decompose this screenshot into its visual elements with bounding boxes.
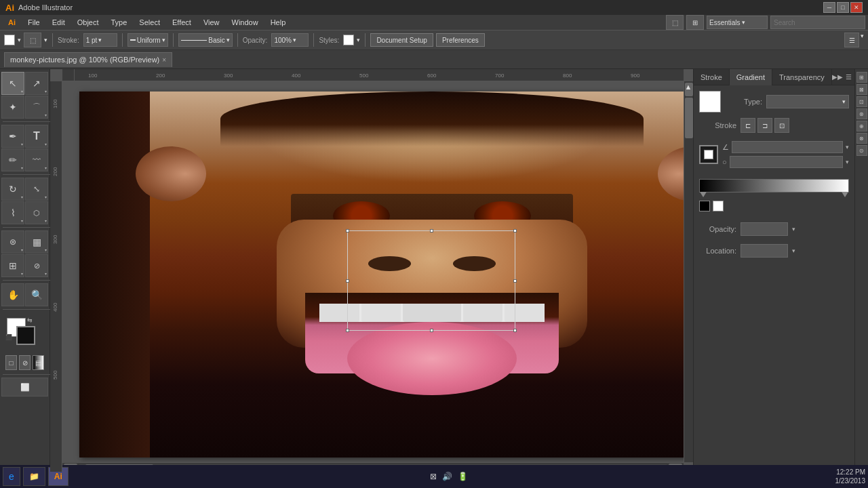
fill-icon-btn[interactable]: □ [5,355,17,370]
location-panel-chevron[interactable]: ▾ [792,247,795,254]
menu-view[interactable]: View [198,17,225,28]
menu-type[interactable]: Type [106,17,133,28]
explorer-taskbar-btn[interactable]: 📁 [23,467,45,486]
vertical-scrollbar[interactable]: ▲ [684,81,693,462]
panel-close-btn[interactable]: ☰ [843,70,854,84]
workspace-dropdown[interactable]: Essentials ▾ [707,16,768,29]
artboard-tool[interactable]: ⊞ ▾ [1,254,24,277]
opacity-panel-chevron[interactable]: ▾ [792,226,795,232]
styles-color-box[interactable] [343,35,354,45]
pen-tool[interactable]: ✒ ▾ [1,125,24,148]
direct-select-tool[interactable]: ↗ ▾ [25,72,48,95]
v-scroll-up-btn[interactable]: ▲ [685,83,693,96]
scale-tool[interactable]: ⤡ ▾ [25,178,48,201]
gradient-bar[interactable] [699,179,849,192]
fill-chevron[interactable]: ▾ [18,37,21,43]
edge-btn-1[interactable]: ⊞ [856,72,867,83]
stop-swatch-black[interactable] [699,201,710,211]
select-tool[interactable]: ↖ ▾ [1,72,24,95]
menu-edit[interactable]: Edit [47,17,71,28]
swap-colors-icon[interactable]: ⇆ [27,317,33,323]
brush-dropdown[interactable]: Basic ▾ [178,33,233,47]
tab-close-button[interactable]: × [162,56,166,64]
ie-taskbar-btn[interactable]: e [3,467,20,486]
opacity-panel-input[interactable] [741,222,788,236]
stroke-weight-dropdown[interactable]: 1 pt ▾ [83,33,117,47]
type-dropdown[interactable]: ▾ [766,95,849,108]
stroke-swatch-1[interactable] [699,145,718,164]
angle-input[interactable] [732,141,843,153]
stroke-btn-3[interactable]: ⊡ [774,118,789,133]
variable-width-dropdown[interactable]: Uniform ▾ [127,33,168,47]
menu-window[interactable]: Window [226,17,264,28]
stroke-btn-1[interactable]: ⊏ [741,118,755,133]
stop-swatch-white[interactable] [713,201,724,211]
menu-object[interactable]: Object [72,17,104,28]
styles-chevron[interactable]: ▾ [357,37,360,43]
gradient-icon-btn[interactable]: ▤ [33,355,44,370]
gradient-stop-left[interactable] [700,192,707,197]
stroke-tab[interactable]: Stroke [694,69,730,85]
draw-inside-btn[interactable]: ⬜ [1,378,48,396]
edge-btn-7[interactable]: ⊙ [856,145,867,156]
v-scroll-thumb[interactable] [685,98,693,138]
slice-tool[interactable]: ⊘ ▾ [25,254,48,277]
close-button[interactable]: ✕ [850,2,863,13]
canvas-bg-outer[interactable] [62,81,684,462]
icon-button-1[interactable]: ⬚ [666,15,684,30]
pencil-tool[interactable]: ✏ ▾ [1,148,24,171]
gradient-tab[interactable]: Gradient [730,69,772,85]
hand-tool[interactable]: ✋ [1,283,24,306]
menu-effect[interactable]: Effect [167,17,197,28]
menu-help[interactable]: Help [265,17,292,28]
free-distort-tool[interactable]: ⬡ ▾ [25,201,48,224]
arrange-chevron[interactable]: ▾ [861,33,864,47]
search-input[interactable] [770,16,865,29]
magic-wand-tool[interactable]: ✦ [1,96,24,119]
symbol-sprayer-tool[interactable]: ⊛ ▾ [1,230,24,253]
gradient-preview-swatch[interactable] [699,91,721,113]
angle-chevron[interactable]: ▾ [846,144,849,150]
menu-file[interactable]: File [22,17,45,28]
select-corner: ▾ [21,89,23,94]
edge-btn-3[interactable]: ⊡ [856,96,867,107]
edge-btn-5[interactable]: ⊕ [856,121,867,131]
panel-options-btn[interactable]: ▶▶ [832,70,844,84]
menu-select[interactable]: Select [134,17,165,28]
arrange-icon[interactable]: ☰ [844,33,859,47]
gradient-stop-right[interactable] [842,192,848,197]
doc-setup-button[interactable]: Document Setup [370,33,433,47]
menu-ai[interactable]: Ai [3,17,21,28]
transparency-tab[interactable]: Transparency [772,69,832,85]
edge-btn-6[interactable]: ⊗ [856,133,867,144]
none-icon-btn[interactable]: ⊘ [19,355,31,370]
tool-row-9: ✋ 🔍 [1,283,48,306]
aspect-input[interactable] [730,156,843,168]
stroke-icon-btn[interactable]: ⬚ [24,33,41,47]
fill-color-box[interactable] [4,35,15,45]
rotate-tool[interactable]: ↻ ▾ [1,178,24,201]
artboard[interactable] [79,92,684,458]
column-graph-tool[interactable]: ▦ ▾ [25,230,48,253]
opacity-dropdown[interactable]: 100% ▾ [271,33,309,47]
edge-btn-2[interactable]: ⊠ [856,84,867,95]
smooth-tool[interactable]: 〰 ▾ [25,148,48,171]
preferences-button[interactable]: Preferences [436,33,485,47]
lasso-tool[interactable]: ⌒ ▾ [25,96,48,119]
text-tool[interactable]: T ▾ [25,125,48,148]
reset-colors-icon[interactable]: ⬛ [5,334,12,340]
icon-button-2[interactable]: ⊞ [686,15,704,30]
warp-tool[interactable]: ⌇ ▾ [1,201,24,224]
document-tab[interactable]: monkey-pictures.jpg @ 100% (RGB/Preview)… [4,52,172,67]
edge-btn-4[interactable]: ⊛ [856,108,867,119]
aspect-chevron[interactable]: ▾ [846,159,849,165]
stroke-option-chevron[interactable]: ▾ [44,37,47,43]
canvas-area[interactable]: 100 200 300 400 500 600 700 800 900 1000… [50,69,693,472]
titlebar-controls[interactable]: ─ □ ✕ [823,2,863,13]
stroke-btn-2[interactable]: ⊐ [757,118,772,133]
minimize-button[interactable]: ─ [823,2,835,13]
location-panel-input[interactable] [741,244,788,258]
zoom-tool[interactable]: 🔍 [25,283,48,306]
maximize-button[interactable]: □ [837,2,849,13]
foreground-color-box[interactable] [16,326,35,345]
